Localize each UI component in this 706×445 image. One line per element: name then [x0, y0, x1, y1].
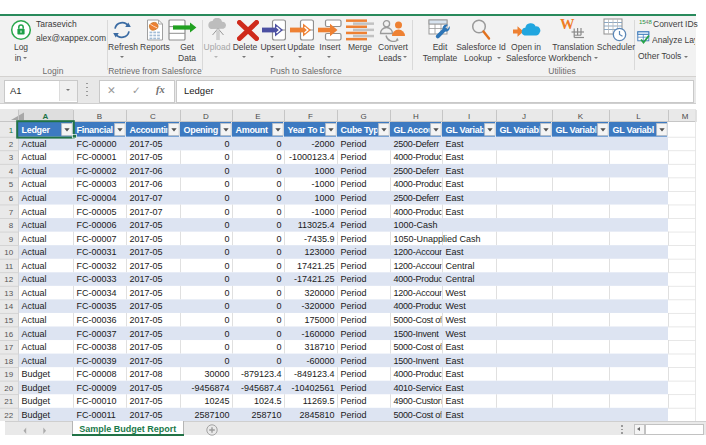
svg-text:0: 0: [224, 329, 229, 339]
svg-text:0: 0: [224, 288, 229, 298]
svg-text:West: West: [446, 329, 467, 339]
svg-text:GL Variabl: GL Variabl: [556, 125, 597, 135]
svg-text:Actual: Actual: [22, 193, 47, 203]
svg-text:-1000: -1000: [311, 179, 334, 189]
svg-text:0: 0: [224, 193, 229, 203]
svg-text:FC-00038: FC-00038: [77, 342, 117, 352]
svg-text:Budget: Budget: [22, 396, 51, 406]
svg-text:Actual: Actual: [22, 220, 47, 230]
svg-text:East: East: [446, 139, 465, 149]
svg-text:Period: Period: [341, 193, 367, 203]
svg-text:2017-05: 2017-05: [130, 288, 163, 298]
svg-text:1000-Cash: 1000-Cash: [394, 220, 438, 230]
svg-text:0: 0: [276, 315, 281, 325]
svg-text:2017-05: 2017-05: [130, 396, 163, 406]
svg-text:0: 0: [276, 234, 281, 244]
svg-text:0: 0: [276, 274, 281, 284]
svg-text:F: F: [308, 112, 313, 121]
svg-text:GL Variabl: GL Variabl: [613, 125, 654, 135]
svg-text:Period: Period: [341, 369, 367, 379]
svg-text:1200-Accour: 1200-Accour: [394, 247, 443, 257]
svg-text:FC-00003: FC-00003: [77, 179, 117, 189]
svg-text:4000-Produc: 4000-Produc: [394, 207, 444, 217]
svg-text:2017-05: 2017-05: [130, 383, 163, 393]
svg-text:-849123.4: -849123.4: [294, 369, 335, 379]
svg-text:0: 0: [224, 247, 229, 257]
svg-text:21: 21: [4, 397, 13, 406]
svg-text:318710: 318710: [304, 342, 334, 352]
svg-text:17421.25: 17421.25: [297, 261, 335, 271]
svg-text:0: 0: [276, 329, 281, 339]
svg-text:0: 0: [276, 247, 281, 257]
svg-text:2017-07: 2017-07: [130, 193, 163, 203]
svg-text:2500-Deferr: 2500-Deferr: [394, 193, 440, 203]
svg-text:4010-Service: 4010-Service: [394, 383, 445, 393]
svg-text:175000: 175000: [304, 315, 334, 325]
svg-text:0: 0: [276, 288, 281, 298]
svg-text:4000-Produc: 4000-Produc: [394, 274, 444, 284]
svg-text:6: 6: [9, 194, 14, 203]
svg-text:2017-05: 2017-05: [130, 261, 163, 271]
svg-text:1: 1: [9, 126, 14, 135]
svg-text:Actual: Actual: [22, 274, 47, 284]
svg-text:Period: Period: [341, 207, 367, 217]
svg-text:-2000: -2000: [311, 139, 334, 149]
svg-text:Accountin: Accountin: [130, 125, 171, 135]
svg-text:1024.5: 1024.5: [254, 396, 282, 406]
svg-text:11: 11: [5, 262, 14, 271]
svg-text:-60000: -60000: [306, 356, 334, 366]
svg-text:2017-08: 2017-08: [130, 369, 163, 379]
svg-text:FC-00007: FC-00007: [77, 234, 117, 244]
svg-text:-320000: -320000: [301, 301, 334, 311]
svg-text:FC-00002: FC-00002: [77, 166, 117, 176]
svg-text:1200-Accour: 1200-Accour: [394, 288, 443, 298]
svg-text:FC-00037: FC-00037: [77, 329, 117, 339]
svg-text:0: 0: [224, 207, 229, 217]
svg-text:FC-00004: FC-00004: [77, 193, 117, 203]
svg-text:-1000: -1000: [311, 207, 334, 217]
svg-text:2017-05: 2017-05: [130, 410, 163, 420]
svg-text:Period: Period: [341, 342, 367, 352]
svg-text:10245: 10245: [204, 396, 229, 406]
svg-text:East: East: [446, 396, 465, 406]
svg-text:0: 0: [224, 139, 229, 149]
svg-text:2017-05: 2017-05: [130, 234, 163, 244]
svg-text:FC-00008: FC-00008: [77, 369, 117, 379]
svg-text:West: West: [446, 315, 467, 325]
svg-text:A: A: [43, 112, 49, 121]
svg-text:East: East: [446, 152, 465, 162]
svg-text:5000-Cost of: 5000-Cost of: [394, 342, 444, 352]
svg-text:Period: Period: [341, 274, 367, 284]
svg-text:FC-00033: FC-00033: [77, 274, 117, 284]
svg-text:Period: Period: [341, 220, 367, 230]
svg-text:1000: 1000: [314, 166, 334, 176]
svg-text:4000-Produc: 4000-Produc: [394, 301, 444, 311]
svg-text:B: B: [97, 112, 102, 121]
svg-text:Actual: Actual: [22, 234, 47, 244]
svg-text:Period: Period: [341, 152, 367, 162]
svg-text:2017-05: 2017-05: [130, 301, 163, 311]
svg-text:2017-05: 2017-05: [130, 220, 163, 230]
svg-text:FC-00036: FC-00036: [77, 315, 117, 325]
svg-text:2845810: 2845810: [299, 410, 334, 420]
svg-text:14: 14: [4, 302, 13, 311]
svg-text:-17421.25: -17421.25: [294, 274, 335, 284]
svg-text:7: 7: [9, 208, 14, 217]
svg-text:GL Accou: GL Accou: [394, 125, 434, 135]
svg-text:Actual: Actual: [22, 356, 47, 366]
svg-text:Budget: Budget: [22, 369, 51, 379]
svg-text:2017-05: 2017-05: [130, 356, 163, 366]
svg-text:Period: Period: [341, 383, 367, 393]
svg-text:1500-Invent: 1500-Invent: [394, 356, 440, 366]
svg-text:Period: Period: [341, 301, 367, 311]
svg-text:0: 0: [276, 193, 281, 203]
svg-text:113025.4: 113025.4: [298, 220, 335, 230]
svg-text:0: 0: [276, 207, 281, 217]
svg-text:4000-Produc: 4000-Produc: [394, 369, 444, 379]
svg-text:Actual: Actual: [22, 166, 47, 176]
svg-text:Actual: Actual: [22, 247, 47, 257]
svg-text:258710: 258710: [251, 410, 281, 420]
svg-text:Budget: Budget: [22, 383, 51, 393]
svg-text:Financial: Financial: [77, 125, 113, 135]
svg-text:0: 0: [224, 342, 229, 352]
